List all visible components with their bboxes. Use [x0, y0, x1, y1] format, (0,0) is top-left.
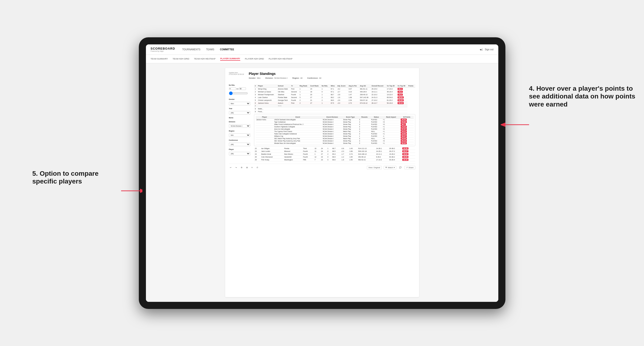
table-row: 5 Christo Lamprecht Georgia Tech Fourth …: [254, 99, 415, 102]
sub-nav-team-h2h-heatmap[interactable]: TEAM H2H HEATMAP: [194, 57, 216, 60]
detail-row: Amer An Intercollegiate NCAA Division I …: [256, 128, 414, 130]
redo-btn[interactable]: ↪: [234, 166, 238, 169]
eye-icon: 👁: [385, 167, 387, 169]
rds-from-input[interactable]: [229, 87, 236, 90]
division-value: NCAA Division I: [274, 77, 288, 79]
col-reg-rank: Reg Rank: [299, 84, 309, 88]
points-badge[interactable]: 70.2: [398, 94, 403, 96]
sub-nav-player-summary[interactable]: PLAYER SUMMARY: [220, 57, 240, 61]
panel-header: Update time: 27/01/2024 16:56:26 Player …: [229, 72, 415, 81]
detail-col-player: Player: [256, 116, 274, 119]
region-filter: Region: All: [292, 77, 302, 79]
table-row: 1 Wenyi Ding Arizona State First 1 15 1 …: [254, 87, 415, 90]
panel-right: Player Standings Gender: Men Division: N…: [249, 72, 415, 81]
col-vs-top-25: Vs Top 25: [386, 84, 396, 88]
view-original-btn[interactable]: View: Original: [367, 166, 382, 169]
separator: ◀ |: [480, 48, 483, 51]
year-sidebar-label: Year: [229, 108, 250, 109]
detail-col-event-type: Event Type: [342, 116, 358, 119]
rds-to-input[interactable]: [239, 87, 246, 90]
watch-label: Watch: [388, 167, 393, 169]
table-row: 4 Luke Clanton Florida State Second 5 27…: [254, 96, 415, 99]
gender-sidebar-label: Gender: [229, 99, 250, 100]
update-time-value: 27/01/2024 16:56:26: [229, 73, 244, 75]
detail-header-row: Player Event Event Division Event Type R…: [256, 116, 414, 119]
content-with-sidebar: No Rds. – Gender Men: [229, 84, 415, 161]
detail-popup: Player Event Event Division Event Type R…: [254, 114, 415, 146]
player-filter-group: Player (All): [229, 149, 250, 156]
detail-row: Williams Cup NCAA Division I Stroke Play…: [256, 135, 414, 137]
logo-area: SCOREBOARD Powered by clippi: [151, 47, 175, 52]
sign-out-link[interactable]: Sign out: [485, 47, 494, 52]
watch-btn[interactable]: 👁 Watch ▾: [384, 166, 396, 169]
tablet-frame: SCOREBOARD Powered by clippi TOURNAMENTS…: [139, 37, 506, 309]
detail-row: Southern Highlands Collegiate NCAA Divis…: [256, 125, 414, 128]
sub-nav-team-summary[interactable]: TEAM SUMMARY: [151, 57, 168, 60]
points-badge[interactable]: 76.2: [398, 91, 403, 93]
points-badge[interactable]: 38.49: [402, 159, 408, 161]
nav-committee[interactable]: COMMITTEE: [220, 47, 234, 52]
col-rank: #: [254, 84, 257, 88]
nav-teams[interactable]: TEAMS: [206, 47, 214, 52]
sub-nav-player-h2h-heatmap[interactable]: PLAYER H2H HEATMAP: [269, 57, 292, 60]
view-original-label: View: Original: [368, 167, 380, 169]
points-badge[interactable]: 60.49: [398, 99, 404, 101]
table-header-row: # Player School Yr Reg Rank Conf Rank No…: [254, 84, 415, 88]
nav-tournaments[interactable]: TOURNAMENTS: [182, 47, 200, 52]
arrow-5-svg: [119, 186, 142, 195]
detail-col-w-points: W Points: [400, 116, 414, 119]
division-select[interactable]: NCAA Division I: [229, 124, 250, 128]
points-badge[interactable]: 40.58: [402, 147, 408, 150]
division-filter-group: Division NCAA Division I: [229, 121, 250, 128]
clock-btn[interactable]: ⏱: [256, 166, 259, 169]
panel-title: Player Standings: [249, 72, 415, 76]
points-badge-highlighted[interactable]: 56.18: [398, 102, 404, 104]
gender-filter-group: Gender Men: [229, 99, 250, 105]
niche-filter-group: Niche: [229, 117, 250, 119]
region-value: All: [300, 77, 302, 79]
col-adj-score: Adj. Score: [336, 84, 348, 88]
chevron-down-icon: ▾: [394, 167, 395, 169]
conference-select[interactable]: (All): [229, 143, 250, 146]
share-icon: ↗: [406, 167, 408, 169]
gender-value: Men: [257, 77, 261, 79]
rds-slider[interactable]: [229, 91, 248, 95]
division-sidebar-label: Division: [229, 121, 250, 123]
no-rds-label: No Rds.: [229, 84, 250, 86]
points-badge[interactable]: 39.95: [402, 156, 408, 158]
settings-btn[interactable]: ⚙: [240, 166, 243, 169]
points-badge[interactable]: 88.2: [398, 88, 403, 90]
detail-points: 73.33: [401, 126, 407, 128]
region-select[interactable]: N/A: [229, 134, 250, 137]
share-btn[interactable]: ↗ Share: [404, 166, 415, 169]
points-badge[interactable]: 60.27: [402, 150, 408, 152]
player-select[interactable]: (All): [229, 152, 250, 156]
sub-nav-player-h2h-grid[interactable]: PLAYER H2H GRID: [245, 57, 264, 60]
gender-label: Gender:: [249, 77, 256, 79]
sub-nav: TEAM SUMMARY TEAM H2H GRID TEAM H2H HEAT…: [146, 55, 498, 63]
detail-points: 46.7: [401, 123, 406, 125]
update-time-area: Update time: 27/01/2024 16:56:26: [229, 72, 244, 75]
division-label: Division:: [265, 77, 274, 79]
col-points: Points: [408, 84, 415, 88]
col-vs-top-50: Vs Top 50: [396, 84, 407, 88]
detail-row: The Cypress Point Classic NCAA Division …: [256, 130, 414, 133]
detail-row: Fallon Oak Collegiate Invitational NCAA …: [256, 133, 414, 135]
conference-sidebar-label: Conference: [229, 139, 250, 141]
menu-btn[interactable]: ≡: [251, 166, 254, 169]
undo-btn[interactable]: ↩: [229, 166, 232, 169]
col-yr: Yr: [290, 84, 299, 88]
share-label: Share: [408, 167, 414, 169]
copy-btn[interactable]: ⊞: [245, 166, 249, 169]
comment-btn[interactable]: 💬: [398, 166, 402, 169]
table-row: 25 Cole Sherwood Vanderbilt Fourth 12 23…: [254, 156, 415, 158]
table-row-highlighted: 6 Jackson Koivu Auburn First 2 27 1 67.5…: [254, 102, 415, 104]
points-badge[interactable]: 40.02: [402, 153, 408, 155]
points-badge[interactable]: 88.94: [398, 96, 404, 99]
gender-select[interactable]: Men: [229, 102, 250, 105]
region-filter-group: Region N/A: [229, 130, 250, 137]
sub-nav-team-h2h-grid[interactable]: TEAM H2H GRID: [173, 57, 190, 60]
detail-points: 18.50: [401, 133, 407, 135]
detail-row: Tiger Invitational NCAA Division I Strok…: [256, 121, 414, 123]
year-select[interactable]: (All): [229, 111, 250, 115]
